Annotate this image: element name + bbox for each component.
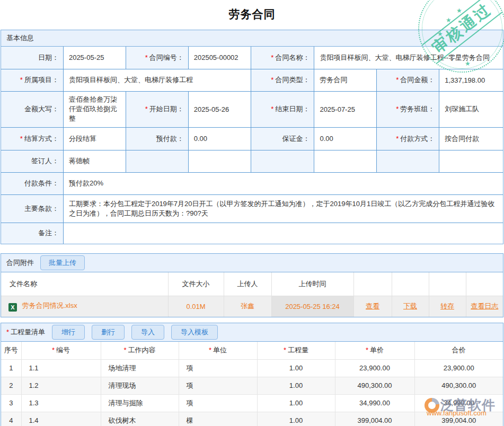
- code-cell: 1.4: [21, 412, 101, 426]
- seq-cell: 4: [1, 412, 21, 426]
- col-upload-time: 上传时间: [271, 272, 353, 296]
- contract-code-label: *合同编号：: [126, 47, 188, 69]
- required-mark: *: [6, 328, 9, 336]
- quantity-cell: 1.00: [257, 377, 335, 394]
- import-template-button[interactable]: 导入模板: [171, 325, 218, 340]
- quantity-cell: 1.00: [257, 359, 335, 377]
- work-content-cell: 场地清理: [101, 359, 179, 377]
- col-code: *编号: [21, 342, 101, 359]
- col-unit: *单位: [179, 342, 257, 359]
- attachments-table: 文件名称 文件大小 上传人 上传时间 X 劳务合同情况.xlsx 0.01M 张…: [1, 272, 503, 317]
- col-file-name: 文件名称: [1, 272, 168, 296]
- contract-type-label: *合同类型：: [251, 69, 314, 91]
- delete-row-button[interactable]: 删行: [92, 325, 125, 340]
- file-size-cell: 0.01M: [168, 296, 224, 317]
- deposit-value: 0.00: [314, 127, 376, 150]
- unit-price-cell: 490,300.00: [335, 377, 414, 394]
- boq-row: 2 1.2 清理现场 项 1.00 490,300.00 490,300.00: [1, 377, 503, 394]
- page-title: 劳务合同: [0, 0, 504, 30]
- col-seq: 序号: [1, 342, 21, 359]
- work-content-cell: 清理现场: [101, 377, 179, 394]
- required-mark: *: [366, 346, 368, 354]
- col-quantity: *工程量: [257, 342, 335, 359]
- transfer-link[interactable]: 转存: [440, 302, 454, 310]
- batch-upload-button[interactable]: 批量上传: [40, 255, 85, 270]
- required-mark: *: [396, 135, 399, 143]
- deposit-label: 保证金：: [251, 127, 314, 150]
- import-button[interactable]: 导入: [131, 325, 164, 340]
- unit-cell: 项: [179, 377, 257, 394]
- required-mark: *: [20, 135, 23, 143]
- add-row-button[interactable]: 增行: [52, 325, 85, 340]
- empty-value-cell: [439, 150, 503, 172]
- amount-caps-label: 金额大写：: [1, 91, 63, 127]
- boq-table: 序号 *编号 *工作内容 *单位 *工程量 *单价 合价 1 1.1 场地清理 …: [1, 342, 503, 426]
- start-date-label: *开始日期：: [126, 91, 188, 127]
- main-terms-value: 工期要求：本分包工程定于2019年7月20日开工（以甲方签发的开工通知为准），定…: [63, 194, 503, 223]
- file-name-cell: X 劳务合同情况.xlsx: [1, 296, 168, 317]
- unit-cell: 棵: [179, 412, 257, 426]
- download-link[interactable]: 下载: [403, 302, 417, 310]
- contract-type-value: 劳务合同: [314, 69, 376, 91]
- basic-info-title: 基本信息: [6, 33, 34, 43]
- contract-amount-label: *合同金额：: [376, 69, 439, 91]
- remark-value: [63, 223, 503, 244]
- attachments-header: 合同附件 批量上传: [1, 254, 503, 272]
- seq-cell: 2: [1, 377, 21, 394]
- labor-team-label: *劳务班组：: [376, 91, 439, 127]
- view-log-link[interactable]: 查看日志: [471, 302, 498, 310]
- empty-value-cell: [188, 150, 251, 172]
- attachment-row: X 劳务合同情况.xlsx 0.01M 张鑫 2025-05-25 16:24 …: [1, 296, 503, 317]
- unit-cell: 项: [179, 394, 257, 412]
- required-mark: *: [123, 346, 126, 354]
- date-value: 2025-05-25: [63, 47, 126, 69]
- attachments-section: 合同附件 批量上传 文件名称 文件大小 上传人 上传时间 X 劳务合同情况.xl…: [1, 253, 503, 317]
- quantity-cell: 1.00: [257, 412, 335, 426]
- boq-section: *工程量清单 增行 删行 导入 导入模板 序号 *编号 *工作内容 *单位 *工…: [1, 323, 503, 426]
- code-cell: 1.1: [21, 359, 101, 377]
- boq-row: 3 1.3 清理与掘除 项 1.00 34,990.00 34,990.00: [1, 394, 503, 412]
- boq-title: *工程量清单: [6, 327, 45, 337]
- contract-amount-value: 1,337,198.00: [439, 69, 503, 91]
- work-content-cell: 砍伐树木: [101, 412, 179, 426]
- required-mark: *: [145, 54, 148, 61]
- col-action: [429, 272, 466, 296]
- date-label: 日期：: [1, 47, 63, 69]
- col-work-content: *工作内容: [101, 342, 179, 359]
- settlement-value: 分段结算: [63, 127, 126, 150]
- contract-name-value: 贵阳项目样板间、大堂、电梯厅装修工程--零星劳务合同: [314, 47, 503, 69]
- seq-cell: 1: [1, 359, 21, 377]
- file-name-link[interactable]: 劳务合同情况.xlsx: [22, 301, 77, 309]
- end-date-label: *结束日期：: [251, 91, 314, 127]
- col-unit-price: *单价: [335, 342, 414, 359]
- required-mark: *: [52, 346, 55, 354]
- col-uploader: 上传人: [224, 272, 271, 296]
- empty-value-cell: [314, 150, 376, 172]
- total-price-cell: 34,990.00: [414, 394, 503, 412]
- required-mark: *: [284, 346, 286, 354]
- labor-team-value: 刘琛施工队: [439, 91, 503, 127]
- total-price-cell: 490,300.00: [414, 377, 503, 394]
- basic-info-table: 日期： 2025-05-25 *合同编号： 202505-00002 *合同名称…: [1, 47, 503, 244]
- boq-row: 4 1.4 砍伐树木 棵 1.00 399,004.00 399,004.00: [1, 412, 503, 426]
- main-terms-label: 主要条款：: [1, 194, 63, 223]
- excel-icon: X: [8, 303, 17, 312]
- col-action: [392, 272, 429, 296]
- col-action: [466, 272, 503, 296]
- required-mark: *: [396, 105, 399, 113]
- start-date-value: 2025-05-26: [188, 91, 251, 127]
- settlement-label: *结算方式：: [1, 127, 63, 150]
- payment-method-label: *付款方式：: [376, 127, 439, 150]
- contract-name-label: *合同名称：: [251, 47, 314, 69]
- code-cell: 1.3: [21, 394, 101, 412]
- view-link[interactable]: 查看: [366, 302, 379, 310]
- quantity-cell: 1.00: [257, 394, 335, 412]
- payment-condition-value: 预付款20%: [63, 172, 503, 194]
- total-price-cell: 23,900.00: [414, 359, 503, 377]
- upload-time-cell: 2025-05-25 16:24: [271, 296, 353, 317]
- col-file-size: 文件大小: [168, 272, 224, 296]
- empty-label-cell: [251, 150, 314, 172]
- code-cell: 1.2: [21, 377, 101, 394]
- seq-cell: 3: [1, 394, 21, 412]
- uploader-cell: 张鑫: [224, 296, 271, 317]
